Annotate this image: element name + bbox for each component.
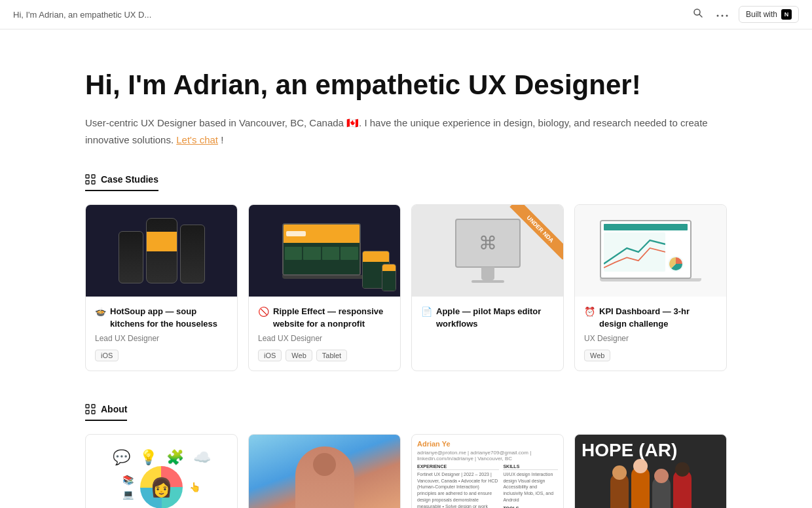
head3 [654,469,669,483]
about-photo-card[interactable] [248,434,401,508]
person1 [610,473,629,508]
main-content: Hi, I'm Adrian, an empathetic UX Designe… [33,29,779,508]
hero-title: Hi, I'm Adrian, an empathetic UX Designe… [85,69,727,101]
hotsoup-title-row: 🍲 HotSoup app — soup kitchens for the ho… [95,306,228,329]
phone-sm [119,231,143,283]
hope-line1: HOPE (AR) [581,441,677,460]
exp-text: Fortinet UX Designer | 2022 – 2023 | Van… [417,471,499,508]
search-icon[interactable] [690,5,706,24]
ripple-emoji: 🚫 [258,306,269,317]
kpi-charts [604,232,688,272]
svg-rect-11 [86,410,89,414]
kpi-tags: Web [584,350,717,361]
photo-placeholder [249,435,400,508]
kpi-emoji: ⏰ [584,306,595,317]
svg-point-3 [721,15,723,17]
right-icons: 👆 [189,482,200,492]
grid-cell [303,247,321,260]
svg-point-4 [726,15,728,17]
chat-icon: 💬 [113,449,130,466]
tag-web: Web [584,350,610,361]
built-with-button[interactable]: Built with N [739,6,799,23]
about-resume-card[interactable]: Adrian Ye adrianye@proton.me | adrianye7… [411,434,564,508]
grid-cell [322,247,340,260]
apple-card[interactable]: ⌘ 📄 Apple — pilot Maps editor workflows [411,204,564,371]
ripple-title-row: 🚫 Ripple Effect — responsive website for… [258,306,391,329]
hotsoup-emoji: 🍲 [95,306,106,317]
phone-body [382,271,396,291]
apple-role [421,334,554,343]
ripple-title: Ripple Effect — responsive website for a… [273,306,391,329]
grid-cell [341,247,358,260]
hotsoup-card[interactable]: 🍲 HotSoup app — soup kitchens for the ho… [85,204,238,371]
svg-rect-9 [86,405,89,408]
head-shape [313,453,336,476]
head1 [612,465,627,480]
kpi-laptop-base [600,278,701,281]
kpi-content: ⏰ KPI Dashboard — 3-hr design challenge … [575,297,726,370]
topbar-actions: Built with N [690,5,799,24]
topbar: Hi, I'm Adrian, an empathetic UX D... Bu… [0,0,812,29]
case-studies-label: Case Studies [101,174,158,185]
apple-logo-icon: ⌘ [479,232,497,254]
kpi-screen [601,221,690,278]
kpi-laptop [600,220,692,279]
about-doodle-card[interactable]: 💬 💡 🧩 ☁️ 📚 💻 👩 👆 [85,434,238,508]
svg-rect-7 [86,181,89,184]
book-icon: 📚 [122,475,134,485]
case-studies-grid: 🍲 HotSoup app — soup kitchens for the ho… [85,204,727,371]
more-icon[interactable] [714,6,731,23]
kpi-line-chart [604,232,665,272]
tag-ios: iOS [95,350,119,361]
kpi-image [575,205,726,297]
kpi-laptop-container [600,220,701,281]
phone-mockup [112,211,212,290]
ripple-content: 🚫 Ripple Effect — responsive website for… [249,297,400,370]
laptop-container [282,223,367,279]
built-with-label: Built with [746,10,777,19]
kpi-card[interactable]: ⏰ KPI Dashboard — 3-hr design challenge … [574,204,727,371]
about-cards-grid: 💬 💡 🧩 ☁️ 📚 💻 👩 👆 [85,434,727,508]
hotsoup-image [86,205,237,297]
laptop-logo [286,231,306,236]
laptop-mock [282,223,361,276]
about-header: About [85,404,127,421]
phone-sm2 [180,225,205,283]
svg-rect-6 [92,175,95,178]
grid-icon [85,174,96,185]
nda-ribbon [498,205,563,270]
svg-line-1 [699,14,702,17]
lets-chat-link[interactable]: Let's chat [176,134,218,145]
cloud-icon: ☁️ [193,449,211,466]
ripple-tags: iOS Web Tablet [258,350,391,361]
resume-left: EXPERIENCE Fortinet UX Designer | 2022 –… [417,464,499,508]
hero-description: User-centric UX Designer based in Vancou… [85,115,727,148]
exp-label: EXPERIENCE [417,464,499,470]
person3 [652,476,671,508]
avatar-circle: 👩 [140,466,183,508]
laptop-body [284,243,360,274]
skills-label: SKILLS [503,464,558,470]
ripple-image [249,205,400,297]
skills-text: UI/UX design Interaction design Visual d… [503,471,558,503]
head2 [633,459,648,473]
about-hope-card[interactable]: HOPE (AR) [574,434,727,508]
hotsoup-content: 🍲 HotSoup app — soup kitchens for the ho… [86,297,237,370]
ripple-card[interactable]: 🚫 Ripple Effect — responsive website for… [248,204,401,371]
svg-rect-5 [86,175,89,178]
svg-rect-10 [92,405,95,408]
about-label: About [101,404,127,414]
resume-contact: adrianye@proton.me | adrianye709@gmail.c… [417,450,558,462]
person-silhouette [295,446,354,508]
kpi-topbar [604,224,688,230]
phone-overlay [382,264,396,291]
apple-title-row: 📄 Apple — pilot Maps editor workflows [421,306,554,329]
laptop-grid [285,247,358,260]
hero-desc-end: ! [221,134,223,145]
ripple-mockup [249,205,400,297]
puzzle-icon: 🧩 [166,449,184,466]
hope-title: HOPE (AR) [581,441,677,460]
apple-title: Apple — pilot Maps editor workflows [436,306,554,329]
doodle-area: 💬 💡 🧩 ☁️ 📚 💻 👩 👆 [92,441,231,508]
resume-name: Adrian Ye [417,440,558,448]
